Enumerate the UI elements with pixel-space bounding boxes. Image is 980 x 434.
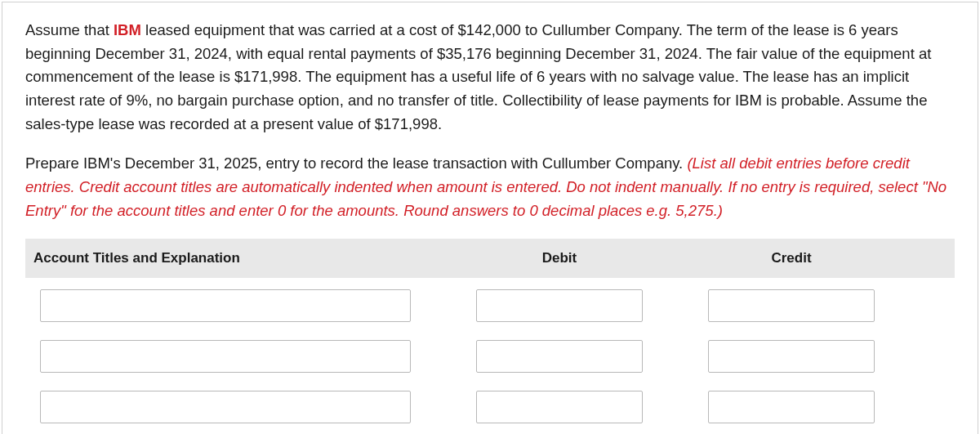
account-input[interactable] xyxy=(40,340,411,373)
account-input[interactable] xyxy=(40,391,411,423)
intro-suffix: leased equipment that was carried at a c… xyxy=(25,21,931,132)
instruction-plain: Prepare IBM's December 31, 2025, entry t… xyxy=(25,154,687,172)
header-account: Account Titles and Explanation xyxy=(25,239,425,278)
journal-entry-table: Account Titles and Explanation Debit Cre… xyxy=(25,239,955,423)
company-name: IBM xyxy=(114,21,141,38)
header-credit: Credit xyxy=(693,239,889,278)
debit-input[interactable] xyxy=(476,391,643,423)
credit-input[interactable] xyxy=(708,391,875,423)
problem-container: Assume that IBM leased equipment that wa… xyxy=(2,2,978,434)
debit-input[interactable] xyxy=(476,289,643,322)
table-header-row: Account Titles and Explanation Debit Cre… xyxy=(25,239,955,278)
header-debit: Debit xyxy=(461,239,657,278)
debit-input[interactable] xyxy=(476,340,643,373)
input-rows xyxy=(25,278,955,423)
table-row xyxy=(25,289,955,322)
account-input[interactable] xyxy=(40,289,411,322)
table-row xyxy=(25,340,955,373)
credit-input[interactable] xyxy=(708,340,875,373)
credit-input[interactable] xyxy=(708,289,875,322)
table-row xyxy=(25,391,955,423)
instruction-paragraph: Prepare IBM's December 31, 2025, entry t… xyxy=(25,152,955,222)
intro-prefix: Assume that xyxy=(25,21,114,38)
problem-statement: Assume that IBM leased equipment that wa… xyxy=(25,19,955,136)
